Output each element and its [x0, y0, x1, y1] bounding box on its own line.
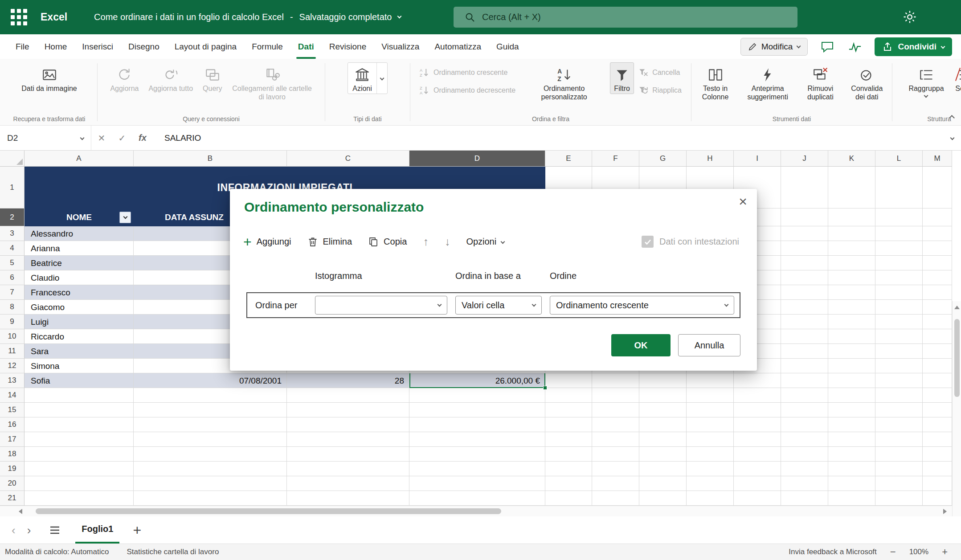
- row-header-11[interactable]: 11: [0, 344, 25, 359]
- select-all-corner[interactable]: [0, 151, 25, 167]
- fill-handle[interactable]: [543, 386, 547, 390]
- row-header-7[interactable]: 7: [0, 285, 25, 300]
- column-header-d[interactable]: D: [409, 151, 545, 167]
- ribbon-tab-home[interactable]: Home: [37, 34, 75, 59]
- row-header-5[interactable]: 5: [0, 256, 25, 270]
- headers-checkbox-group[interactable]: Dati con intestazioni: [642, 236, 739, 248]
- zoom-level[interactable]: 100%: [909, 548, 928, 556]
- column-header-c[interactable]: C: [287, 151, 409, 167]
- column-header-j[interactable]: J: [781, 151, 828, 167]
- row-header-6[interactable]: 6: [0, 270, 25, 285]
- cell-hire-date[interactable]: 07/08/2001: [134, 373, 287, 388]
- add-sheet-button[interactable]: +: [133, 523, 141, 537]
- ribbon-button-dati-da-immagine[interactable]: Dati da immagine: [17, 62, 81, 94]
- cell-name-giacomo[interactable]: Giacomo: [25, 300, 134, 315]
- vertical-scroll-thumb[interactable]: [954, 319, 960, 397]
- combo-main[interactable]: Azioni: [348, 63, 376, 94]
- copy-level-button[interactable]: Copia: [368, 237, 407, 247]
- ribbon-tab-formule[interactable]: Formule: [244, 34, 290, 59]
- row-header-12[interactable]: 12: [0, 359, 25, 373]
- row-header-10[interactable]: 10: [0, 329, 25, 344]
- ribbon-button-riapplica[interactable]: Riapplica: [636, 85, 684, 96]
- cell-age[interactable]: 28: [287, 373, 409, 388]
- column-header-e[interactable]: E: [545, 151, 592, 167]
- column-header-f[interactable]: F: [592, 151, 639, 167]
- column-header-b[interactable]: B: [134, 151, 287, 167]
- cell-name-arianna[interactable]: Arianna: [25, 241, 134, 256]
- row-header-16[interactable]: 16: [0, 417, 25, 432]
- ribbon-button-ordinamento-personalizzato[interactable]: AZOrdinamento personalizzato: [520, 62, 608, 102]
- ribbon-button-collegamenti-alle-cartelle-di-lavoro[interactable]: Collegamenti alle cartelle di lavoro: [228, 62, 316, 102]
- row-header-17[interactable]: 17: [0, 432, 25, 447]
- column-header-h[interactable]: H: [687, 151, 734, 167]
- column-header-m[interactable]: M: [923, 151, 952, 167]
- row-header-13[interactable]: 13: [0, 373, 25, 388]
- ribbon-tab-dati[interactable]: Dati: [290, 34, 322, 59]
- cell-name-riccardo[interactable]: Riccardo: [25, 329, 134, 344]
- ribbon-button-filtro[interactable]: Filtro: [610, 62, 634, 94]
- cell-name-luigi[interactable]: Luigi: [25, 315, 134, 329]
- cell-name-beatrice[interactable]: Beatrice: [25, 256, 134, 270]
- prev-sheet-button[interactable]: ‹: [12, 524, 16, 536]
- ribbon-tab-automatizza[interactable]: Automatizza: [427, 34, 489, 59]
- ribbon-tab-disegno[interactable]: Disegno: [121, 34, 167, 59]
- sheet-list-button[interactable]: [49, 526, 60, 535]
- ribbon-button-azioni[interactable]: Azioni: [348, 62, 388, 94]
- app-launcher-icon[interactable]: [11, 9, 27, 25]
- zoom-in-button[interactable]: +: [942, 547, 948, 557]
- column-header-a[interactable]: A: [25, 151, 134, 167]
- add-level-button[interactable]: + Aggiungi: [243, 237, 291, 247]
- sheet-tab-foglio1[interactable]: Foglio1: [75, 516, 119, 544]
- move-down-button[interactable]: ↓: [445, 235, 450, 248]
- cell-name-alessandro[interactable]: Alessandro: [25, 226, 134, 241]
- ribbon-button-testo-in-colonne[interactable]: Testo in Colonne: [694, 62, 737, 102]
- zoom-out-button[interactable]: −: [890, 547, 896, 557]
- cell-name-sara[interactable]: Sara: [25, 344, 134, 359]
- row-header-3[interactable]: 3: [0, 226, 25, 241]
- name-box[interactable]: D2: [0, 126, 91, 150]
- ribbon-button-rimuovi-duplicati[interactable]: Rimuovi duplicati: [798, 62, 842, 102]
- column-header-k[interactable]: K: [828, 151, 875, 167]
- sort-on-dropdown[interactable]: Valori cella: [455, 296, 542, 315]
- ribbon-button-aggiorna[interactable]: Aggiorna: [106, 62, 143, 94]
- row-header-8[interactable]: 8: [0, 300, 25, 315]
- share-button[interactable]: Condividi: [875, 37, 952, 56]
- cancel-button[interactable]: Annulla: [678, 334, 740, 356]
- cell-name-sofia[interactable]: Sofia: [25, 373, 134, 388]
- ribbon-tab-visualizza[interactable]: Visualizza: [374, 34, 427, 59]
- row-header-20[interactable]: 20: [0, 476, 25, 491]
- ribbon-button-convalida-dei-dati[interactable]: Convalida dei dati: [844, 62, 890, 102]
- calc-mode-status[interactable]: Modalità di calcolo: Automatico: [5, 548, 109, 556]
- row-header-9[interactable]: 9: [0, 315, 25, 329]
- sort-order-dropdown[interactable]: Ordinamento crescente: [550, 296, 734, 315]
- comments-button[interactable]: [819, 39, 835, 54]
- delete-level-button[interactable]: Elimina: [307, 237, 352, 247]
- row-header-1[interactable]: 1: [0, 167, 25, 208]
- scroll-right-arrow[interactable]: [943, 509, 947, 514]
- horizontal-scrollbar[interactable]: [0, 506, 952, 516]
- row-header-18[interactable]: 18: [0, 447, 25, 462]
- ribbon-button-cancella[interactable]: Cancella: [636, 67, 684, 78]
- search-box[interactable]: Cerca (Alt + X): [454, 7, 797, 28]
- cell-name-simona[interactable]: Simona: [25, 359, 134, 373]
- chevron-down-icon[interactable]: [397, 14, 402, 19]
- row-header-4[interactable]: 4: [0, 241, 25, 256]
- next-sheet-button[interactable]: ›: [27, 524, 31, 536]
- sort-column-dropdown[interactable]: [315, 296, 447, 315]
- filter-dropdown-icon[interactable]: [119, 212, 131, 223]
- combo-dropdown[interactable]: [376, 63, 387, 94]
- app-name[interactable]: Excel: [41, 11, 67, 23]
- row-header-19[interactable]: 19: [0, 462, 25, 476]
- document-title[interactable]: Come ordinare i dati in un foglio di cal…: [94, 12, 401, 22]
- ribbon-button-sep[interactable]: Sep: [950, 62, 961, 94]
- row-header-15[interactable]: 15: [0, 403, 25, 417]
- ribbon-button-ordinamento-decrescente[interactable]: ZAOrdinamento decrescente: [417, 85, 518, 96]
- confirm-entry-button[interactable]: ✓: [112, 133, 132, 143]
- column-header-l[interactable]: L: [875, 151, 923, 167]
- row-header-2[interactable]: 2: [0, 208, 25, 226]
- cancel-entry-button[interactable]: ✕: [91, 133, 112, 143]
- row-header-14[interactable]: 14: [0, 388, 25, 403]
- ribbon-tab-file[interactable]: File: [8, 34, 37, 59]
- formula-input[interactable]: SALARIO: [164, 133, 201, 143]
- cell-name-claudio[interactable]: Claudio: [25, 270, 134, 285]
